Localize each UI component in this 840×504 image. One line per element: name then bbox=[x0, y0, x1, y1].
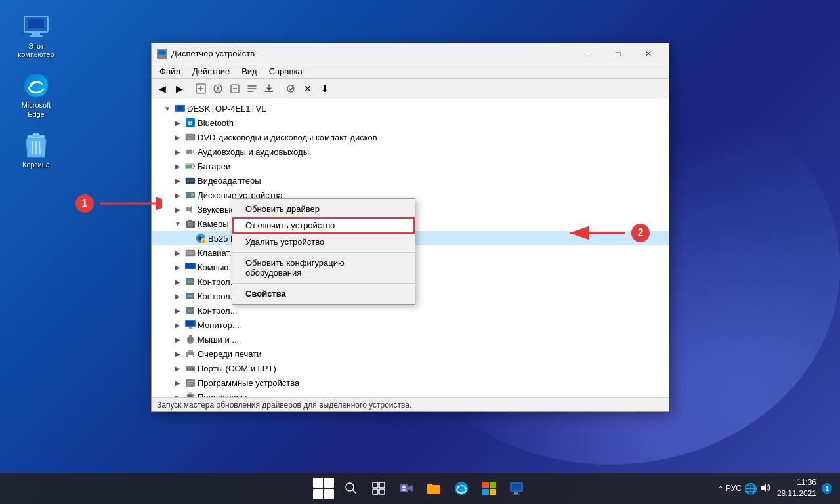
desktop-icon-my-computer[interactable]: Этот компьютер bbox=[13, 13, 59, 59]
mouse-expand-icon[interactable]: ▶ bbox=[173, 334, 183, 345]
svg-line-110 bbox=[353, 490, 356, 494]
toolbar-btn2[interactable] bbox=[210, 81, 226, 96]
video-expand-icon[interactable]: ▶ bbox=[173, 175, 183, 186]
toolbar-forward[interactable]: ▶ bbox=[171, 81, 187, 96]
language-indicator: РУС bbox=[726, 484, 742, 493]
tree-monitor[interactable]: ▶ Монитор... bbox=[152, 318, 669, 332]
chevron-up-icon[interactable]: ⌃ bbox=[718, 485, 723, 492]
tree-battery[interactable]: ▶ Батареи bbox=[152, 159, 669, 173]
file-explorer-button[interactable] bbox=[422, 476, 446, 500]
menu-help[interactable]: Справка bbox=[264, 65, 308, 77]
teams-button[interactable] bbox=[394, 476, 418, 500]
clock-widget[interactable]: 11:36 28.11.2021 bbox=[777, 477, 816, 499]
ctx-disable-device[interactable]: Отключить устройство bbox=[232, 217, 415, 234]
start-button[interactable] bbox=[312, 476, 335, 500]
desktop-icon-recycle[interactable]: Корзина bbox=[13, 132, 59, 169]
audio-label: Аудиовходы и аудиовыходы bbox=[198, 147, 309, 157]
clock-time: 11:36 bbox=[777, 477, 816, 488]
menu-action[interactable]: Действие bbox=[187, 65, 235, 77]
close-button[interactable]: ✕ bbox=[633, 43, 663, 64]
search-button[interactable] bbox=[339, 476, 363, 500]
ctx-properties[interactable]: Свойства bbox=[232, 285, 415, 302]
minimize-button[interactable]: ─ bbox=[573, 43, 603, 64]
edge-taskbar-button[interactable] bbox=[450, 476, 473, 500]
disk-icon bbox=[185, 190, 196, 200]
webcam-icon: ! bbox=[196, 233, 206, 243]
tree-print[interactable]: ▶ Очереди печати bbox=[152, 346, 669, 361]
window-controls[interactable]: ─ □ ✕ bbox=[573, 43, 663, 64]
toolbar-refresh[interactable]: ⬇ bbox=[317, 81, 333, 96]
audio-expand-icon[interactable]: ▶ bbox=[173, 146, 183, 157]
monitor-expand-icon[interactable]: ▶ bbox=[173, 320, 183, 330]
tree-ports[interactable]: ▶ Порты (COM и LPT) bbox=[152, 361, 669, 375]
tree-dvd[interactable]: ▶ DVD-дисководы и дисководы компакт-диск… bbox=[152, 130, 669, 144]
svg-rect-46 bbox=[186, 250, 195, 256]
computer-label: Компью... bbox=[198, 262, 236, 272]
svg-line-10 bbox=[39, 141, 40, 154]
ctrl2-expand-icon[interactable]: ▶ bbox=[173, 291, 183, 301]
root-expand-icon[interactable]: ▼ bbox=[162, 103, 173, 114]
task-view-button[interactable] bbox=[367, 476, 390, 500]
toolbar-btn3[interactable] bbox=[227, 81, 243, 96]
tree-ctrl3[interactable]: ▶ Контрол... bbox=[152, 303, 669, 318]
devmgr-taskbar-button[interactable] bbox=[505, 476, 528, 500]
svg-rect-55 bbox=[186, 263, 194, 268]
cpu-icon bbox=[185, 392, 196, 397]
print-expand-icon[interactable]: ▶ bbox=[173, 348, 183, 359]
tree-video[interactable]: ▶ Видеоадаптеры bbox=[152, 173, 669, 188]
ports-expand-icon[interactable]: ▶ bbox=[173, 363, 183, 373]
toolbar-back[interactable]: ◀ bbox=[154, 81, 170, 96]
window-titlebar[interactable]: Диспетчер устройств ─ □ ✕ bbox=[152, 43, 669, 64]
dvd-label: DVD-дисководы и дисководы компакт-дисков bbox=[198, 133, 377, 142]
tree-bluetooth[interactable]: ▶ B Bluetooth bbox=[152, 116, 669, 130]
svg-rect-27 bbox=[186, 150, 190, 154]
svg-point-22 bbox=[287, 85, 294, 92]
status-bar: Запуск мастера обновления драйверов для … bbox=[152, 397, 669, 411]
cpu-expand-icon[interactable]: ▶ bbox=[173, 392, 183, 397]
battery-expand-icon[interactable]: ▶ bbox=[173, 161, 183, 171]
ctx-update-driver[interactable]: Обновить драйвер bbox=[232, 201, 415, 217]
svg-rect-111 bbox=[373, 482, 378, 488]
disk-expand-icon[interactable]: ▶ bbox=[173, 190, 183, 200]
toolbar-btn5[interactable] bbox=[261, 81, 277, 96]
svg-point-116 bbox=[402, 486, 406, 489]
toolbar-scan[interactable] bbox=[283, 81, 299, 96]
ctx-delete-device[interactable]: Удалить устройство bbox=[232, 234, 415, 250]
system-tray[interactable]: ⌃ РУС 🌐 bbox=[718, 482, 772, 495]
tree-mouse[interactable]: ▶ Мыши и ... bbox=[152, 332, 669, 346]
svg-rect-62 bbox=[186, 307, 194, 314]
video-icon bbox=[185, 175, 196, 186]
bluetooth-expand-icon[interactable]: ▶ bbox=[173, 117, 183, 128]
maximize-button[interactable]: □ bbox=[603, 43, 633, 64]
menu-view[interactable]: Вид bbox=[236, 65, 262, 77]
svg-rect-114 bbox=[379, 489, 385, 494]
svg-rect-117 bbox=[402, 489, 406, 491]
volume-icon[interactable] bbox=[760, 482, 772, 495]
camera-expand-icon[interactable]: ▼ bbox=[173, 219, 183, 229]
tree-soft[interactable]: ▶ Программные устройства bbox=[152, 375, 669, 390]
keyboard-expand-icon[interactable]: ▶ bbox=[173, 247, 183, 258]
annotation-1: 1 bbox=[75, 194, 162, 213]
ctx-refresh-config[interactable]: Обновить конфигурацию оборудования bbox=[232, 255, 415, 281]
store-button[interactable] bbox=[477, 476, 501, 500]
monitor-label: Монитор... bbox=[198, 320, 240, 330]
camera-label: Камеры bbox=[198, 219, 229, 229]
ctrl3-expand-icon[interactable]: ▶ bbox=[173, 305, 183, 316]
tree-audio[interactable]: ▶ Аудиовходы и аудиовыходы bbox=[152, 144, 669, 159]
ctrl1-expand-icon[interactable]: ▶ bbox=[173, 276, 183, 287]
sound-expand-icon[interactable]: ▶ bbox=[173, 204, 183, 215]
toolbar-btn1[interactable] bbox=[193, 81, 209, 96]
svg-rect-3 bbox=[30, 35, 43, 37]
tree-root[interactable]: ▼ DESKTOP-4EL1TVL bbox=[152, 101, 669, 116]
svg-point-43 bbox=[201, 236, 203, 238]
dvd-expand-icon[interactable]: ▶ bbox=[173, 132, 183, 142]
desktop-icon-edge[interactable]: Microsoft Edge bbox=[13, 72, 59, 118]
computer-expand-icon[interactable]: ▶ bbox=[173, 262, 183, 272]
toolbar-delete[interactable]: ✕ bbox=[300, 81, 316, 96]
notification-badge[interactable]: 1 bbox=[822, 483, 832, 494]
tree-cpu[interactable]: ▶ Процессоры bbox=[152, 390, 669, 397]
svg-rect-21 bbox=[265, 91, 273, 92]
toolbar-btn4[interactable] bbox=[244, 81, 260, 96]
soft-expand-icon[interactable]: ▶ bbox=[173, 377, 183, 388]
menu-file[interactable]: Файл bbox=[154, 65, 186, 77]
